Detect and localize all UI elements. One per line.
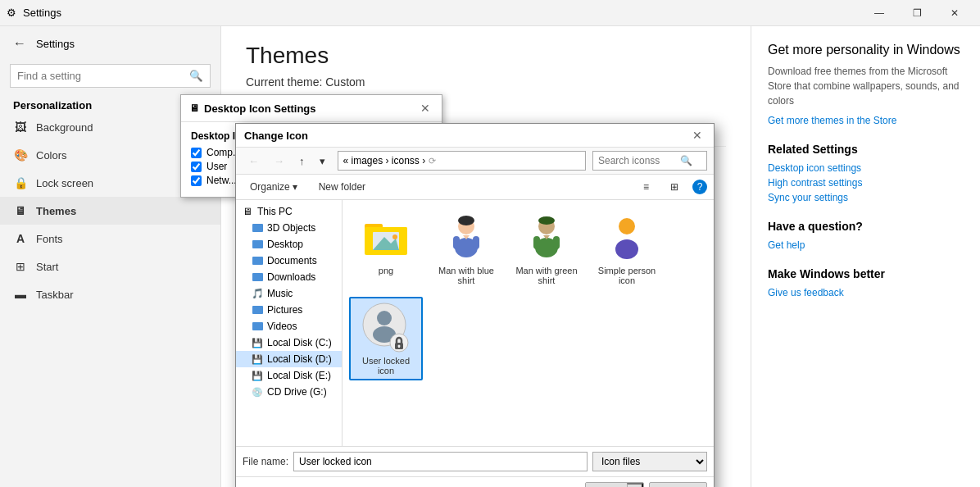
recycle-icon: 🗑 <box>320 208 361 245</box>
title-bar-title: Settings <box>23 7 61 19</box>
feedback-title: Make Windows better <box>768 267 964 280</box>
theme-preview-3[interactable] <box>382 155 443 200</box>
theme-preview-1[interactable] <box>246 155 307 200</box>
sidebar-item-taskbar[interactable]: ▬ Taskbar <box>0 280 220 308</box>
content-area: Themes Current theme: Custom 🖼 Backgroun… <box>221 26 751 487</box>
close-button[interactable]: ✕ <box>936 0 973 26</box>
themes-icon: 🖥 <box>13 203 28 218</box>
sidebar-label-themes: Themes <box>36 205 76 217</box>
sidebar-item-lockscreen[interactable]: 🔒 Lock screen <box>0 169 220 197</box>
feedback-link[interactable]: Give us feedback <box>768 287 964 298</box>
right-panel-title: Get more personality in Windows <box>768 43 964 57</box>
feedback-section: Make Windows better Give us feedback <box>768 267 964 298</box>
question-section: Have a question? Get help <box>768 220 964 251</box>
background-label: Background <box>287 120 343 132</box>
current-theme-label: Current theme: Custom <box>246 75 726 89</box>
related-settings-section: Related Settings Desktop icon settings H… <box>768 143 964 203</box>
background-icon: 🖼 <box>13 120 28 134</box>
recycle-item: 🗑 Recycle Bin (empt... <box>311 208 369 265</box>
colors-icon: 🎨 <box>13 148 28 162</box>
title-bar-controls: — ❐ ✕ <box>860 0 973 26</box>
title-bar: ⚙ Settings — ❐ ✕ <box>0 0 980 26</box>
theme-preview-2[interactable] <box>314 155 375 200</box>
search-button[interactable]: 🔍 <box>183 65 210 87</box>
settings-icon: ⚙ <box>7 7 16 19</box>
sidebar-item-background[interactable]: 🖼 Background <box>0 113 220 141</box>
sidebar-label-taskbar: Taskbar <box>36 289 74 301</box>
start-icon: ⊞ <box>13 259 28 274</box>
sidebar-label-colors: Colors <box>36 149 67 162</box>
this-pc-icon: 🖥 <box>254 208 295 245</box>
sidebar-label-lockscreen: Lock screen <box>36 177 93 189</box>
background-section: 🖼 Background <box>246 105 726 147</box>
question-title: Have a question? <box>768 220 964 233</box>
recycle-label: Recycle Bin (empt... <box>311 245 369 265</box>
minimize-button[interactable]: — <box>860 0 898 26</box>
sidebar-item-fonts[interactable]: A Fonts <box>0 225 220 253</box>
desktop-icon-settings-link[interactable]: Desktop icon settings <box>768 162 964 174</box>
this-pc-label: This PC <box>258 245 290 255</box>
page-title: Themes <box>246 43 726 69</box>
maximize-button[interactable]: ❐ <box>898 0 936 26</box>
back-button[interactable]: ← <box>10 33 29 54</box>
lock-icon: 🔒 <box>13 175 28 190</box>
allow-themes-label: Allow t... <box>261 275 298 286</box>
sidebar-item-themes[interactable]: 🖥 Themes <box>0 197 220 225</box>
sidebar-label-background: Background <box>36 121 93 134</box>
sidebar-section-label: Personalization <box>0 94 220 113</box>
store-link[interactable]: Get more themes in the Store <box>768 115 964 126</box>
sidebar-header: ← Settings <box>0 26 220 61</box>
right-panel: Get more personality in Windows Download… <box>751 26 980 487</box>
sidebar-item-start[interactable]: ⊞ Start <box>0 253 220 280</box>
allow-themes-check: Allow t... <box>246 275 726 286</box>
get-help-link[interactable]: Get help <box>768 239 964 251</box>
title-bar-left: ⚙ Settings <box>7 7 61 19</box>
sidebar-item-colors[interactable]: 🎨 Colors <box>0 141 220 169</box>
allow-themes-checkbox[interactable] <box>246 275 256 286</box>
taskbar-icon: ▬ <box>13 287 28 302</box>
related-settings-title: Related Settings <box>768 143 964 156</box>
sidebar-label-fonts: Fonts <box>36 233 63 245</box>
background-thumbnail: 🖼 <box>246 113 279 138</box>
fonts-icon: A <box>13 231 28 246</box>
app-title: Settings <box>36 38 75 50</box>
sidebar-scroll: 🖼 Background 🎨 Colors 🔒 Lock screen 🖥 Th… <box>0 113 220 487</box>
search-input[interactable] <box>11 65 183 87</box>
right-panel-description: Download free themes from the Microsoft … <box>768 64 964 108</box>
theme-preview-row <box>246 155 726 200</box>
high-contrast-link[interactable]: High contrast settings <box>768 177 964 189</box>
sidebar: ← Settings 🔍 Personalization 🖼 Backgroun… <box>0 26 221 487</box>
sidebar-label-start: Start <box>36 261 58 273</box>
sync-settings-link[interactable]: Sync your settings <box>768 192 964 203</box>
this-pc-item: 🖥 This PC <box>246 208 303 265</box>
main-layout: ← Settings 🔍 Personalization 🖼 Backgroun… <box>0 26 980 487</box>
search-box: 🔍 <box>10 64 211 88</box>
recycle-area: 🖥 This PC 🗑 Recycle Bin (empt... <box>246 208 726 265</box>
